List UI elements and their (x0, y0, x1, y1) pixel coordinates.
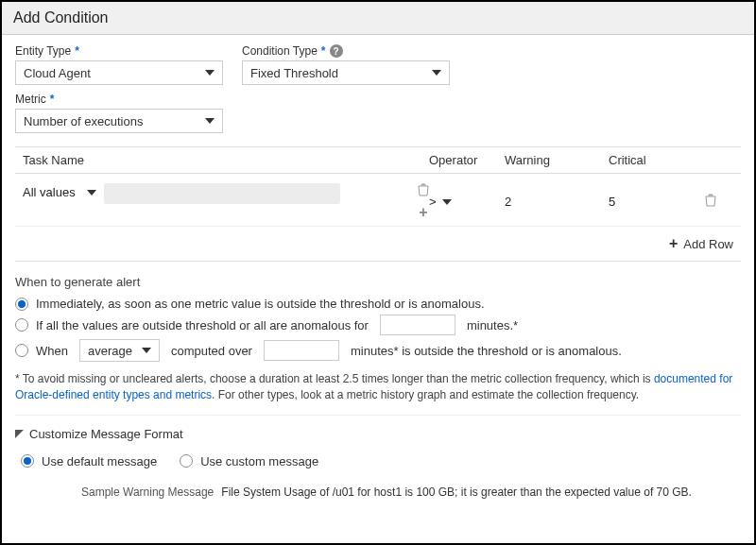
svg-marker-1 (432, 70, 441, 76)
radio-when-aggregate[interactable] (15, 344, 28, 357)
condition-type-value: Fixed Threshold (250, 66, 338, 80)
radio-all-values[interactable] (15, 318, 28, 332)
task-value-select[interactable]: All values (23, 183, 96, 201)
chevron-down-icon (142, 348, 151, 353)
radio-custom-message-label: Use custom message (200, 454, 318, 468)
chevron-down-icon (87, 190, 96, 196)
sample-message-text: File System Usage of /u01 for host1 is 1… (221, 485, 692, 499)
radio-immediate[interactable] (15, 298, 28, 311)
chevron-down-icon (432, 70, 441, 76)
radio-when-suffix: minutes* is outside the threshold or is … (351, 344, 622, 358)
plus-icon[interactable]: + (419, 205, 427, 220)
task-value-label: All values (23, 185, 76, 199)
svg-marker-0 (205, 70, 215, 76)
aggregate-select[interactable]: average (79, 339, 160, 362)
required-star-icon: * (75, 44, 79, 58)
radio-default-message-label: Use default message (42, 454, 157, 468)
svg-marker-3 (87, 190, 96, 196)
radio-when-mid: computed over (171, 344, 252, 358)
required-star-icon: * (50, 93, 55, 106)
help-icon[interactable]: ? (330, 44, 343, 58)
trash-icon[interactable] (418, 183, 429, 199)
all-values-minutes-input[interactable] (380, 315, 455, 335)
svg-marker-5 (142, 348, 151, 353)
chevron-down-icon[interactable] (442, 199, 452, 205)
svg-marker-4 (442, 199, 452, 205)
customize-message-toggle[interactable]: Customize Message Format (15, 427, 741, 441)
delete-row-button[interactable] (705, 194, 733, 210)
col-header-warning: Warning (505, 153, 609, 167)
frequency-note: * To avoid missing or uncleared alerts, … (15, 371, 741, 416)
sample-message-label: Sample Warning Message (81, 485, 214, 499)
radio-default-message[interactable] (21, 454, 34, 468)
radio-allvalues-prefix: If all the values are outside threshold … (36, 318, 369, 332)
radio-immediate-label: Immediately, as soon as one metric value… (36, 297, 485, 311)
add-row-label: Add Row (683, 237, 733, 251)
operator-value: > (429, 195, 437, 209)
customize-message-label: Customize Message Format (29, 427, 183, 441)
chevron-down-icon (205, 70, 215, 76)
col-header-critical: Critical (609, 153, 705, 167)
metric-value: Number of executions (24, 114, 143, 128)
entity-type-value: Cloud Agent (24, 66, 91, 80)
condition-type-label: Condition Type * ? (242, 44, 450, 58)
collapse-triangle-icon (15, 430, 24, 438)
chevron-down-icon (205, 118, 215, 124)
computed-over-minutes-input[interactable] (264, 340, 339, 361)
entity-type-select[interactable]: Cloud Agent (15, 60, 223, 85)
entity-type-label: Entity Type * (15, 44, 223, 58)
col-header-task: Task Name (23, 153, 429, 167)
metric-select[interactable]: Number of executions (15, 109, 223, 133)
radio-when-prefix: When (36, 344, 68, 358)
col-header-operator: Operator (429, 153, 505, 167)
radio-allvalues-suffix: minutes.* (467, 318, 518, 332)
page-title: Add Condition (2, 2, 754, 35)
critical-value: 5 (609, 195, 705, 209)
required-star-icon: * (321, 44, 326, 58)
table-row: All values + > (15, 174, 741, 227)
condition-type-select[interactable]: Fixed Threshold (242, 60, 450, 85)
warning-value: 2 (505, 195, 609, 209)
task-filter-input (104, 183, 340, 204)
metric-label: Metric * (15, 93, 223, 106)
radio-custom-message[interactable] (180, 454, 193, 468)
svg-marker-2 (205, 118, 215, 124)
svg-marker-6 (15, 430, 24, 438)
plus-icon: + (669, 236, 678, 251)
when-section-label: When to generate alert (15, 275, 741, 289)
add-row-button[interactable]: + Add Row (669, 236, 733, 251)
aggregate-value: average (88, 344, 132, 358)
